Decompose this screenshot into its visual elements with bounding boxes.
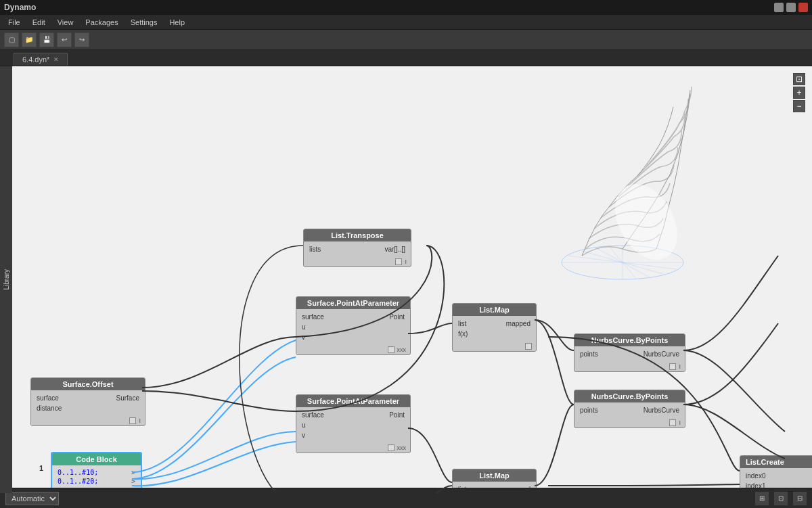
status-icon-2[interactable]: ⊡ bbox=[774, 492, 788, 505]
code-line-1: 0..1..#10; > bbox=[55, 468, 138, 477]
node-footer-label: I bbox=[405, 258, 407, 265]
status-icon-1[interactable]: ⊞ bbox=[755, 492, 769, 505]
status-icon-3[interactable]: ⊟ bbox=[793, 492, 807, 505]
port-surface-out: Surface bbox=[116, 394, 139, 402]
node-header: NurbsCurve.ByPoints bbox=[574, 334, 685, 346]
node-surface-point-2[interactable]: Surface.PointAtParameter surface Point u… bbox=[296, 394, 411, 453]
toolbar-new[interactable]: ▢ bbox=[4, 32, 19, 47]
tab-bar: 6.4.dyn* ✕ bbox=[0, 50, 812, 66]
node-surface-offset[interactable]: Surface.Offset surface Surface distance … bbox=[30, 377, 145, 426]
code-gt-1: > bbox=[131, 469, 135, 476]
svg-point-8 bbox=[602, 173, 690, 271]
toolbar-open[interactable]: 📁 bbox=[22, 32, 37, 47]
node-list-transpose-1[interactable]: List.Transpose lists var[]..[] I bbox=[303, 229, 411, 267]
workspace[interactable]: Library bbox=[0, 66, 812, 493]
port-point: Point bbox=[389, 411, 405, 419]
port-points: points bbox=[580, 350, 598, 358]
maximize-button[interactable] bbox=[786, 3, 796, 12]
menu-file[interactable]: File bbox=[3, 17, 26, 28]
node-footer-label: I bbox=[679, 363, 681, 370]
port-nurbs: NurbsCurve bbox=[644, 407, 679, 414]
menu-edit[interactable]: Edit bbox=[27, 17, 51, 28]
tab-main[interactable]: 6.4.dyn* ✕ bbox=[14, 53, 68, 66]
port-index0: index0 bbox=[746, 472, 765, 480]
tab-label: 6.4.dyn* bbox=[22, 55, 49, 64]
code-line-2: 0..1..#20; > bbox=[55, 477, 138, 486]
node-code-block[interactable]: Code Block 0..1..#10; > 0..1..#20; > bbox=[51, 452, 142, 493]
status-bar: Automatic Manual ⊞ ⊡ ⊟ bbox=[0, 488, 812, 508]
port-distance: distance bbox=[37, 405, 62, 412]
node-checkbox[interactable] bbox=[669, 419, 676, 426]
execution-mode-select[interactable]: Automatic Manual bbox=[5, 492, 59, 505]
minimize-button[interactable] bbox=[774, 3, 784, 12]
port-mapped: mapped bbox=[506, 320, 531, 327]
port-surface: surface bbox=[37, 394, 59, 402]
svg-line-2 bbox=[568, 256, 677, 269]
app-title: Dynamo bbox=[4, 3, 36, 12]
node-checkbox[interactable] bbox=[388, 346, 394, 353]
port-v: v bbox=[302, 333, 305, 341]
node-header: List.Map bbox=[453, 469, 536, 482]
library-sidebar[interactable]: Library bbox=[0, 66, 12, 493]
node-nurbs-2[interactable]: NurbsCurve.ByPoints points NurbsCurve I bbox=[574, 390, 685, 428]
node-header: Surface.PointAtParameter bbox=[296, 297, 410, 309]
node-surface-point-1[interactable]: Surface.PointAtParameter surface Point u… bbox=[296, 296, 411, 355]
port-surface: surface bbox=[302, 411, 324, 419]
node-checkbox[interactable] bbox=[388, 444, 394, 451]
title-bar: Dynamo bbox=[0, 0, 812, 15]
node-checkbox[interactable] bbox=[129, 417, 136, 424]
svg-point-0 bbox=[562, 246, 683, 279]
list-create-label: List.Create bbox=[746, 458, 784, 466]
zoom-controls: ⊡ + − bbox=[793, 73, 805, 112]
toolbar: ▢ 📁 💾 ↩ ↪ bbox=[0, 30, 812, 50]
node-nurbs-1[interactable]: NurbsCurve.ByPoints points NurbsCurve I bbox=[574, 333, 685, 372]
menu-help[interactable]: Help bbox=[164, 17, 190, 28]
node-checkbox[interactable] bbox=[395, 258, 402, 265]
port-u: u bbox=[302, 421, 306, 429]
toolbar-save[interactable]: 💾 bbox=[39, 32, 54, 47]
code-gt-2: > bbox=[131, 478, 135, 485]
menu-view[interactable]: View bbox=[52, 17, 79, 28]
node-footer-xxx: xxx bbox=[397, 346, 407, 353]
svg-line-4 bbox=[595, 248, 650, 277]
zoom-out-button[interactable]: − bbox=[793, 100, 805, 112]
port-point: Point bbox=[389, 313, 405, 321]
port-v: v bbox=[302, 432, 305, 439]
toolbar-undo[interactable]: ↩ bbox=[57, 32, 72, 47]
node-list-map-1[interactable]: List.Map list mapped f(x) bbox=[452, 303, 537, 352]
node-header: Surface.Offset bbox=[31, 378, 145, 390]
code-val-2: 0..1..#20; bbox=[58, 478, 98, 485]
svg-line-5 bbox=[609, 246, 636, 279]
node-header: List.Map bbox=[453, 304, 536, 316]
node-header: Surface.PointAtParameter bbox=[296, 395, 410, 407]
port-u: u bbox=[302, 323, 306, 331]
menu-settings[interactable]: Settings bbox=[125, 17, 163, 28]
node-header: List.Transpose bbox=[304, 229, 411, 241]
node-footer-label: I bbox=[679, 419, 681, 426]
port-var: var[]..[] bbox=[384, 246, 405, 253]
zoom-in-button[interactable]: + bbox=[793, 87, 805, 99]
node-footer-xxx: xxx bbox=[397, 444, 407, 451]
node-checkbox[interactable] bbox=[669, 363, 676, 370]
zoom-fit-button[interactable]: ⊡ bbox=[793, 73, 805, 85]
node-header: NurbsCurve.ByPoints bbox=[574, 390, 685, 402]
code-val-1: 0..1..#10; bbox=[58, 469, 98, 476]
port-fx: f(x) bbox=[458, 330, 468, 338]
port-nurbs: NurbsCurve bbox=[644, 350, 679, 358]
port-list: list bbox=[458, 320, 466, 327]
library-label: Library bbox=[3, 269, 10, 290]
node-header: Code Block bbox=[52, 453, 141, 465]
menu-bar: File Edit View Packages Settings Help bbox=[0, 15, 812, 30]
close-button[interactable] bbox=[798, 3, 808, 12]
toolbar-redo[interactable]: ↪ bbox=[74, 32, 89, 47]
port-lists: lists bbox=[309, 246, 321, 253]
node-checkbox[interactable] bbox=[525, 343, 532, 350]
port-points: points bbox=[580, 407, 598, 414]
row-number-1: 1 bbox=[39, 464, 43, 472]
tab-close-button[interactable]: ✕ bbox=[53, 56, 59, 63]
menu-packages[interactable]: Packages bbox=[80, 17, 123, 28]
3d-preview bbox=[541, 87, 758, 290]
node-header: List.Create bbox=[740, 456, 812, 468]
titlebar-left: Dynamo bbox=[4, 3, 36, 12]
port-surface: surface bbox=[302, 313, 324, 321]
